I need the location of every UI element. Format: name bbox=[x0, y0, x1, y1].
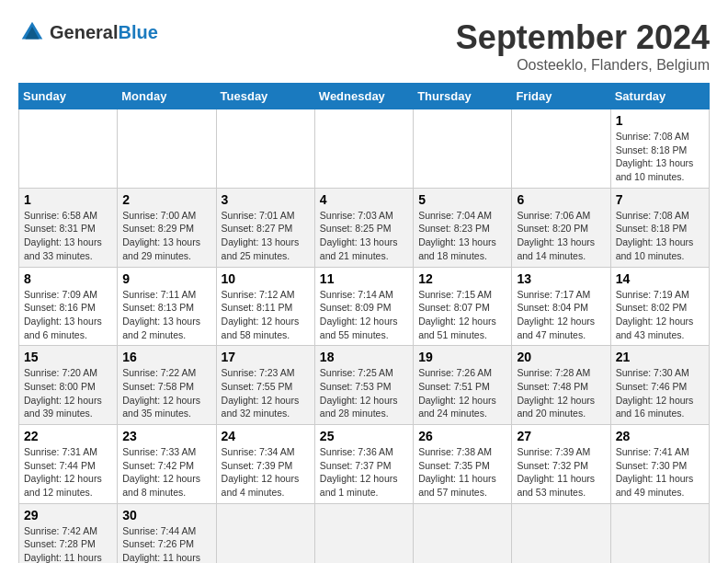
subtitle: Oosteeklo, Flanders, Belgium bbox=[456, 57, 710, 74]
cell-info: Sunrise: 7:26 AMSunset: 7:51 PMDaylight:… bbox=[418, 366, 506, 420]
page-header: GeneralBlue September 2024 Oosteeklo, Fl… bbox=[18, 18, 710, 74]
cell-info: Sunrise: 7:15 AMSunset: 8:07 PMDaylight:… bbox=[418, 288, 506, 342]
calendar-cell: 19Sunrise: 7:26 AMSunset: 7:51 PMDayligh… bbox=[414, 346, 512, 425]
cell-info: Sunrise: 7:25 AMSunset: 7:53 PMDaylight:… bbox=[320, 366, 408, 420]
weekday-saturday: Saturday bbox=[610, 84, 709, 109]
cell-date-number: 21 bbox=[616, 350, 704, 364]
cell-info: Sunrise: 7:34 AMSunset: 7:39 PMDaylight:… bbox=[222, 445, 310, 500]
calendar-cell: 15Sunrise: 7:20 AMSunset: 8:00 PMDayligh… bbox=[19, 346, 118, 425]
cell-info: Sunrise: 7:06 AMSunset: 8:20 PMDaylight:… bbox=[517, 209, 605, 263]
cell-info: Sunrise: 7:09 AMSunset: 8:16 PMDaylight:… bbox=[24, 288, 112, 342]
calendar-cell: 28Sunrise: 7:41 AMSunset: 7:30 PMDayligh… bbox=[610, 425, 709, 504]
calendar-cell: 17Sunrise: 7:23 AMSunset: 7:55 PMDayligh… bbox=[216, 346, 314, 425]
cell-date-number: 13 bbox=[517, 271, 605, 286]
cell-date-number: 17 bbox=[222, 350, 310, 364]
weekday-sunday: Sunday bbox=[19, 84, 118, 109]
calendar-cell bbox=[610, 503, 709, 563]
calendar-cell: 27Sunrise: 7:39 AMSunset: 7:32 PMDayligh… bbox=[512, 425, 610, 504]
calendar-cell bbox=[216, 109, 314, 189]
cell-info: Sunrise: 7:03 AMSunset: 8:25 PMDaylight:… bbox=[320, 209, 408, 263]
cell-info: Sunrise: 7:20 AMSunset: 8:00 PMDaylight:… bbox=[24, 366, 112, 420]
cell-date-number: 5 bbox=[418, 192, 506, 207]
cell-date-number: 28 bbox=[616, 429, 704, 443]
calendar-cell: 13Sunrise: 7:17 AMSunset: 8:04 PMDayligh… bbox=[512, 267, 610, 346]
cell-info: Sunrise: 7:08 AMSunset: 8:18 PMDaylight:… bbox=[616, 130, 704, 184]
cell-date-number: 6 bbox=[517, 192, 605, 207]
calendar-cell bbox=[512, 109, 610, 189]
calendar-cell: 30Sunrise: 7:44 AMSunset: 7:26 PMDayligh… bbox=[118, 503, 216, 563]
cell-info: Sunrise: 7:19 AMSunset: 8:02 PMDaylight:… bbox=[616, 288, 704, 342]
calendar-row: 29Sunrise: 7:42 AMSunset: 7:28 PMDayligh… bbox=[19, 503, 710, 563]
cell-info: Sunrise: 7:14 AMSunset: 8:09 PMDaylight:… bbox=[320, 288, 408, 342]
weekday-wednesday: Wednesday bbox=[314, 84, 413, 109]
calendar-cell bbox=[19, 109, 118, 189]
cell-date-number: 2 bbox=[122, 192, 210, 207]
cell-info: Sunrise: 7:41 AMSunset: 7:30 PMDaylight:… bbox=[616, 445, 704, 500]
cell-date-number: 14 bbox=[616, 271, 704, 286]
calendar-cell: 4Sunrise: 7:03 AMSunset: 8:25 PMDaylight… bbox=[314, 188, 413, 267]
cell-date-number: 26 bbox=[418, 429, 506, 443]
calendar-cell: 5Sunrise: 7:04 AMSunset: 8:23 PMDaylight… bbox=[414, 188, 512, 267]
calendar-cell: 23Sunrise: 7:33 AMSunset: 7:42 PMDayligh… bbox=[118, 425, 216, 504]
calendar-cell: 18Sunrise: 7:25 AMSunset: 7:53 PMDayligh… bbox=[314, 346, 413, 425]
cell-date-number: 23 bbox=[122, 429, 210, 443]
cell-date-number: 16 bbox=[122, 350, 210, 364]
cell-date-number: 20 bbox=[517, 350, 605, 364]
calendar-cell bbox=[512, 503, 610, 563]
weekday-row: Sunday Monday Tuesday Wednesday Thursday… bbox=[19, 84, 710, 109]
calendar-cell: 20Sunrise: 7:28 AMSunset: 7:48 PMDayligh… bbox=[512, 346, 610, 425]
calendar-cell bbox=[216, 503, 314, 563]
cell-info: Sunrise: 7:36 AMSunset: 7:37 PMDaylight:… bbox=[320, 445, 408, 500]
cell-date-number: 3 bbox=[222, 192, 310, 207]
calendar-table: Sunday Monday Tuesday Wednesday Thursday… bbox=[18, 83, 710, 563]
logo-blue: Blue bbox=[118, 22, 157, 42]
calendar-row: 1Sunrise: 7:08 AMSunset: 8:18 PMDaylight… bbox=[19, 109, 710, 189]
cell-date-number: 25 bbox=[320, 429, 408, 443]
calendar-cell: 22Sunrise: 7:31 AMSunset: 7:44 PMDayligh… bbox=[19, 425, 118, 504]
cell-date-number: 24 bbox=[222, 429, 310, 443]
cell-date-number: 8 bbox=[24, 271, 112, 286]
cell-date-number: 15 bbox=[24, 350, 112, 364]
cell-date-number: 1 bbox=[616, 113, 704, 128]
weekday-thursday: Thursday bbox=[414, 84, 512, 109]
calendar-body: 1Sunrise: 7:08 AMSunset: 8:18 PMDaylight… bbox=[19, 109, 710, 564]
cell-info: Sunrise: 7:44 AMSunset: 7:26 PMDaylight:… bbox=[122, 524, 210, 563]
cell-date-number: 11 bbox=[320, 271, 408, 286]
weekday-friday: Friday bbox=[512, 84, 610, 109]
calendar-cell bbox=[314, 109, 413, 189]
cell-info: Sunrise: 6:58 AMSunset: 8:31 PMDaylight:… bbox=[24, 209, 112, 263]
calendar-cell bbox=[414, 503, 512, 563]
cell-date-number: 4 bbox=[320, 192, 408, 207]
title-block: September 2024 Oosteeklo, Flanders, Belg… bbox=[456, 18, 710, 74]
logo-icon bbox=[18, 18, 46, 46]
cell-info: Sunrise: 7:04 AMSunset: 8:23 PMDaylight:… bbox=[418, 209, 506, 263]
calendar-cell: 2Sunrise: 7:00 AMSunset: 8:29 PMDaylight… bbox=[118, 188, 216, 267]
cell-date-number: 22 bbox=[24, 429, 112, 443]
calendar-cell: 11Sunrise: 7:14 AMSunset: 8:09 PMDayligh… bbox=[314, 267, 413, 346]
cell-info: Sunrise: 7:31 AMSunset: 7:44 PMDaylight:… bbox=[24, 445, 112, 500]
cell-info: Sunrise: 7:00 AMSunset: 8:29 PMDaylight:… bbox=[122, 209, 210, 263]
cell-info: Sunrise: 7:22 AMSunset: 7:58 PMDaylight:… bbox=[122, 366, 210, 420]
cell-date-number: 7 bbox=[616, 192, 704, 207]
calendar-cell: 1Sunrise: 6:58 AMSunset: 8:31 PMDaylight… bbox=[19, 188, 118, 267]
calendar-cell bbox=[314, 503, 413, 563]
cell-info: Sunrise: 7:17 AMSunset: 8:04 PMDaylight:… bbox=[517, 288, 605, 342]
cell-info: Sunrise: 7:12 AMSunset: 8:11 PMDaylight:… bbox=[222, 288, 310, 342]
cell-info: Sunrise: 7:39 AMSunset: 7:32 PMDaylight:… bbox=[517, 445, 605, 500]
cell-info: Sunrise: 7:01 AMSunset: 8:27 PMDaylight:… bbox=[222, 209, 310, 263]
calendar-cell bbox=[414, 109, 512, 189]
weekday-monday: Monday bbox=[118, 84, 216, 109]
calendar-cell: 9Sunrise: 7:11 AMSunset: 8:13 PMDaylight… bbox=[118, 267, 216, 346]
calendar-cell: 7Sunrise: 7:08 AMSunset: 8:18 PMDaylight… bbox=[610, 188, 709, 267]
calendar-cell: 1Sunrise: 7:08 AMSunset: 8:18 PMDaylight… bbox=[610, 109, 709, 189]
calendar-cell: 12Sunrise: 7:15 AMSunset: 8:07 PMDayligh… bbox=[414, 267, 512, 346]
cell-date-number: 18 bbox=[320, 350, 408, 364]
cell-info: Sunrise: 7:30 AMSunset: 7:46 PMDaylight:… bbox=[616, 366, 704, 420]
cell-info: Sunrise: 7:42 AMSunset: 7:28 PMDaylight:… bbox=[24, 524, 112, 563]
cell-date-number: 9 bbox=[122, 271, 210, 286]
logo-text: GeneralBlue bbox=[50, 22, 158, 43]
calendar-cell: 21Sunrise: 7:30 AMSunset: 7:46 PMDayligh… bbox=[610, 346, 709, 425]
calendar-row: 15Sunrise: 7:20 AMSunset: 8:00 PMDayligh… bbox=[19, 346, 710, 425]
logo: GeneralBlue bbox=[18, 18, 158, 46]
calendar-cell: 29Sunrise: 7:42 AMSunset: 7:28 PMDayligh… bbox=[19, 503, 118, 563]
